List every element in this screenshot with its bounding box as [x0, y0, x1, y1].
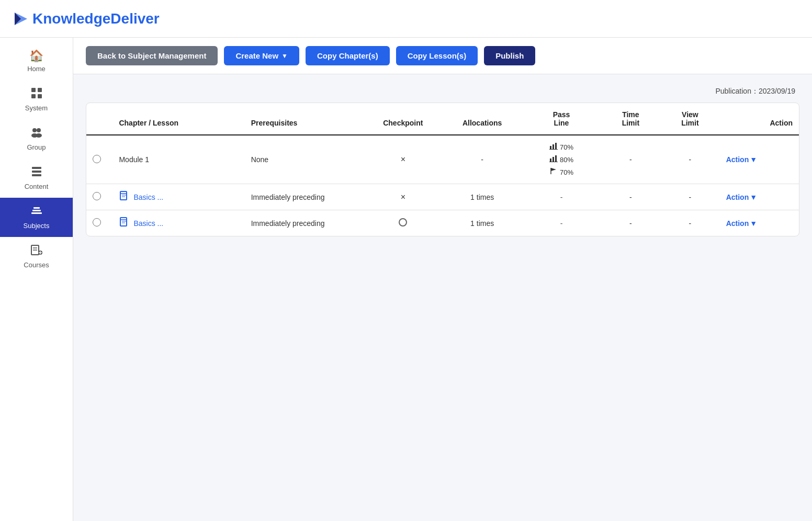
- group-icon: [30, 127, 43, 141]
- row-passline-basics2: -: [522, 210, 601, 236]
- action-button-basics2[interactable]: Action ▼: [726, 219, 757, 228]
- svg-rect-15: [33, 207, 40, 209]
- row-lesson-basics2: Basics ...: [112, 210, 244, 236]
- chevron-down-icon: ▼: [750, 193, 757, 201]
- row-view-basics1: -: [660, 184, 720, 210]
- row-time-basics1: -: [601, 184, 661, 210]
- svg-point-9: [36, 133, 42, 138]
- svg-rect-14: [32, 210, 41, 211]
- row-checkpoint-basics1: ×: [364, 184, 443, 210]
- row-checkbox-basics1[interactable]: [86, 184, 112, 210]
- svg-rect-12: [32, 174, 41, 176]
- sidebar-item-system[interactable]: System: [0, 80, 73, 119]
- content-icon: [31, 166, 42, 180]
- sidebar-item-courses[interactable]: Courses: [0, 237, 73, 276]
- svg-rect-27: [552, 157, 554, 162]
- col-time-limit: TimeLimit: [601, 103, 661, 135]
- row-checkbox-basics2[interactable]: [86, 210, 112, 236]
- row-alloc-basics1: 1 times: [443, 184, 522, 210]
- svg-rect-13: [31, 212, 42, 214]
- system-icon: [31, 87, 42, 102]
- row-action-basics1[interactable]: Action ▼: [720, 184, 799, 210]
- lesson-link-basics1[interactable]: Basics ...: [133, 193, 163, 201]
- publication-date: Publication：2023/09/19: [86, 87, 799, 96]
- svg-rect-32: [120, 191, 127, 200]
- bar-chart-icon-1: [549, 142, 558, 152]
- svg-point-6: [32, 128, 37, 132]
- table-row: Module 1 None × -: [86, 135, 799, 184]
- row-action-basics2[interactable]: Action ▼: [720, 210, 799, 236]
- svg-rect-29: [549, 162, 558, 162]
- col-pass-line: PassLine: [522, 103, 601, 135]
- row-action-module1[interactable]: Action ▼: [720, 135, 799, 184]
- row-lesson-basics1: Basics ...: [112, 184, 244, 210]
- row-checkpoint-basics2: [364, 210, 443, 236]
- table-row: Basics ... Immediately preceding 1 times: [86, 210, 799, 236]
- copy-chapters-button[interactable]: Copy Chapter(s): [306, 46, 390, 65]
- svg-rect-28: [555, 155, 557, 162]
- svg-marker-31: [551, 168, 556, 171]
- sidebar-label-subjects: Subjects: [24, 222, 50, 230]
- sidebar-label-content: Content: [25, 183, 49, 190]
- svg-rect-5: [38, 94, 42, 98]
- col-checkpoint: Checkpoint: [364, 103, 443, 135]
- col-view-limit: ViewLimit: [660, 103, 720, 135]
- row-alloc-module1: -: [443, 135, 522, 184]
- sidebar-item-subjects[interactable]: Subjects: [0, 198, 73, 237]
- sidebar-label-courses: Courses: [24, 261, 49, 269]
- action-button-module1[interactable]: Action ▼: [726, 155, 757, 164]
- logo-bar: KnowledgeDeliver: [0, 0, 812, 38]
- copy-lessons-button[interactable]: Copy Lesson(s): [396, 46, 478, 65]
- row-view-module1: -: [660, 135, 720, 184]
- subjects-icon: [30, 205, 43, 220]
- chevron-down-icon: ▼: [750, 219, 757, 228]
- svg-rect-2: [31, 88, 36, 92]
- lesson-book-icon-2: [119, 217, 129, 230]
- svg-rect-25: [549, 149, 558, 150]
- row-passline-module1: 70%: [522, 135, 601, 184]
- chevron-down-icon: ▼: [281, 52, 288, 60]
- radio-module1[interactable]: [93, 155, 101, 163]
- row-prereq-basics2: Immediately preceding: [245, 210, 364, 236]
- publish-button[interactable]: Publish: [484, 46, 535, 65]
- svg-rect-4: [31, 94, 36, 98]
- sidebar-label-group: Group: [27, 143, 46, 151]
- table-row: Basics ... Immediately preceding × 1 tim…: [86, 184, 799, 210]
- svg-rect-3: [38, 88, 42, 92]
- row-passline-basics1: -: [522, 184, 601, 210]
- courses-icon: [30, 244, 43, 259]
- col-prerequisites: Prerequisites: [245, 103, 364, 135]
- circle-icon: [399, 218, 407, 226]
- table-card: Chapter / Lesson Prerequisites Checkpoin…: [86, 103, 799, 236]
- lesson-link-basics2[interactable]: Basics ...: [133, 219, 163, 228]
- chevron-down-icon: ▼: [750, 155, 757, 164]
- row-checkbox-module1[interactable]: [86, 135, 112, 184]
- row-checkpoint-module1: ×: [364, 135, 443, 184]
- bar-chart-icon-2: [549, 154, 558, 165]
- sidebar-item-home[interactable]: 🏠 Home: [0, 42, 73, 80]
- back-button[interactable]: Back to Subject Management: [86, 46, 218, 65]
- svg-rect-36: [120, 218, 127, 226]
- row-lesson-module1: Module 1: [112, 135, 244, 184]
- x-icon: ×: [401, 155, 405, 164]
- svg-rect-11: [32, 171, 41, 173]
- svg-rect-26: [550, 158, 551, 162]
- logo-icon: [13, 10, 29, 27]
- col-allocations: Allocations: [443, 103, 522, 135]
- pass-item-1: 70%: [549, 142, 573, 152]
- create-new-button[interactable]: Create New ▼: [224, 46, 299, 65]
- lesson-book-icon: [119, 190, 129, 203]
- col-checkbox: [86, 103, 112, 135]
- radio-basics2[interactable]: [93, 218, 101, 226]
- sidebar-item-content[interactable]: Content: [0, 158, 73, 198]
- x-icon: ×: [401, 192, 405, 201]
- action-button-basics1[interactable]: Action ▼: [726, 193, 757, 201]
- radio-basics1[interactable]: [93, 192, 101, 200]
- flag-icon: [549, 167, 558, 177]
- col-chapter-lesson: Chapter / Lesson: [112, 103, 244, 135]
- sidebar-label-system: System: [25, 104, 48, 112]
- pass-item-3: 70%: [549, 167, 573, 177]
- sidebar-item-group[interactable]: Group: [0, 119, 73, 158]
- row-prereq-module1: None: [245, 135, 364, 184]
- svg-point-7: [37, 128, 41, 132]
